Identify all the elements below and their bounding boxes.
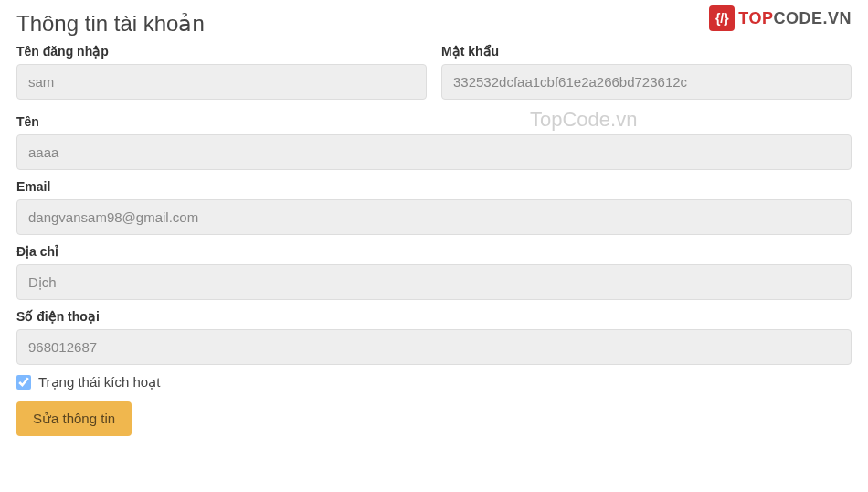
email-label: Email xyxy=(16,179,852,194)
form-group-password: Mật khẩu xyxy=(441,44,852,100)
address-input[interactable] xyxy=(16,264,852,300)
phone-input[interactable] xyxy=(16,329,852,365)
form-group-phone: Số điện thoại xyxy=(16,309,852,365)
password-label: Mật khẩu xyxy=(441,44,852,59)
password-input[interactable] xyxy=(441,64,852,100)
form-group-username: Tên đăng nhập xyxy=(16,44,427,100)
form-group-address: Địa chỉ xyxy=(16,244,852,300)
form-group-email: Email xyxy=(16,179,852,235)
form-group-name: Tên xyxy=(16,114,852,170)
name-label: Tên xyxy=(16,114,852,129)
username-label: Tên đăng nhập xyxy=(16,44,427,59)
logo-text-top: TOP xyxy=(738,9,773,27)
name-input[interactable] xyxy=(16,134,852,170)
active-status-checkbox[interactable] xyxy=(16,375,31,390)
username-input[interactable] xyxy=(16,64,427,100)
active-status-row: Trạng thái kích hoạt xyxy=(16,374,852,390)
logo: {/} TOPCODE.VN xyxy=(709,5,852,31)
phone-label: Số điện thoại xyxy=(16,309,852,324)
address-label: Địa chỉ xyxy=(16,244,852,259)
submit-button[interactable]: Sửa thông tin xyxy=(16,401,132,436)
logo-text-code: CODE.VN xyxy=(773,9,852,27)
logo-text: TOPCODE.VN xyxy=(738,9,852,28)
logo-icon: {/} xyxy=(709,5,735,31)
email-input[interactable] xyxy=(16,199,852,235)
active-status-label: Trạng thái kích hoạt xyxy=(38,374,160,390)
